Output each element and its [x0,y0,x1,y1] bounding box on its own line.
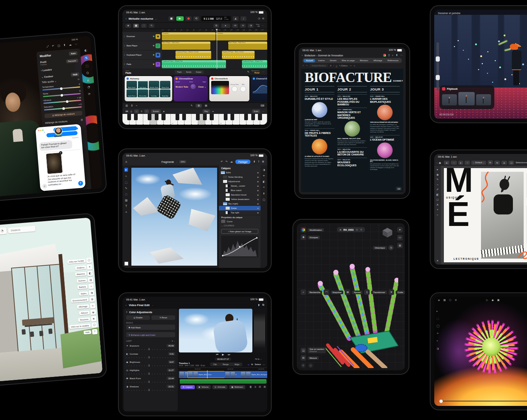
tool-icon[interactable]: ⟠ [364,289,370,295]
compose-text[interactable]: Je crois que ce sera celle-ci! J'ai reto… [47,173,79,187]
piano-black-key[interactable] [127,114,131,120]
color-slider[interactable]: ◑ Shadows 15.31 [126,385,175,391]
alchemy-pad[interactable]: Dark Arp [149,89,159,97]
track-row[interactable]: 1 Drummer ◉ [122,32,267,41]
automation-pencil-icon[interactable]: ✎ [247,70,249,73]
groups-icon[interactable]: ❖ [301,234,306,240]
visibility-icon[interactable]: ◎ [356,228,358,231]
color-chip[interactable] [124,262,128,266]
redo-icon[interactable]: ↷ [225,160,228,163]
tool-row[interactable]: Scènes ▤ [76,277,93,284]
alchemy-pad[interactable]: Epik Synth [138,81,148,89]
tool-row[interactable]: Styles ◑ [79,290,95,296]
color-slider[interactable]: ☀ Exposure 45.59 [126,344,175,350]
info-icon[interactable]: ⓘ [263,198,265,202]
stamp-tool-icon[interactable]: ▨ [125,198,127,202]
shape-tool-icon[interactable]: ◻ [436,198,439,201]
tool-icon[interactable]: ✕ [389,289,394,295]
tool-row[interactable]: Infos sur l'entité ⓘ [67,257,92,265]
track-lane[interactable]: Keyboard Player - Simple Pad Keyboard Pl… [162,60,267,69]
drag-on-image-button[interactable]: ☝ Faire glisser sur l'image [221,229,258,234]
redo-icon[interactable]: ↷ [306,65,308,67]
light-section[interactable]: › Lumière [41,68,52,72]
snapping-icon[interactable]: ⧉ [251,363,253,366]
tool-icon[interactable]: ⓘ [86,257,92,263]
ribbon-tab[interactable]: Mise en page [340,59,357,62]
layers-icon[interactable]: ❏ [508,161,514,165]
target-icon[interactable]: ◎ [81,118,83,121]
search-icon[interactable]: ⌕ [392,54,393,57]
cube-tool-icon[interactable]: ⬚ [436,317,439,320]
count-in-icon[interactable]: ♩ [240,16,246,21]
tool-icon[interactable]: ? [92,329,98,334]
eraser-tool-icon[interactable]: ◌ [125,193,128,196]
scale-button[interactable]: Scale [252,109,261,113]
viewer-zoom[interactable]: 74 % ⋯ [255,358,262,360]
viewer[interactable] [179,309,252,352]
view-cube[interactable] [381,227,394,238]
track-lane[interactable]: Keyboard Player - Broken Chords Keyboard… [162,50,267,59]
mic-icon[interactable]: ♁ [131,104,133,107]
mobile-view-icon[interactable]: ▯ [388,54,390,57]
more-icon[interactable]: ⋯ [263,363,265,366]
more-icon[interactable]: ⋯ [75,43,78,47]
sphere-tool-icon[interactable]: ◯ [436,324,439,328]
cursor-tool-icon[interactable]: ▸ [436,309,439,313]
tool-row[interactable]: Balises ⬪ [77,283,94,290]
color-slider[interactable]: ◐ Contrast 4.41 [126,352,175,358]
orbit-icon[interactable]: ◎ [308,363,313,368]
tool-row[interactable]: ✕ Outils [389,289,405,295]
undo-icon[interactable]: ↶ [302,65,304,67]
align-icon[interactable]: ≡ [354,65,356,67]
piano-black-key[interactable] [203,114,207,120]
alchemy-pad[interactable]: Motion Pad [160,81,170,89]
masking-icon[interactable]: ◭ [87,78,89,82]
frame-thumbnail[interactable] [442,94,457,105]
overwrite-icon[interactable]: ⊞ [264,385,266,388]
preset-dropdown[interactable]: ‹ Default › [471,161,486,165]
back-icon[interactable]: ‹ [44,131,45,134]
tool-icon[interactable]: ⓘ [91,322,97,328]
play-icon[interactable]: ▶ [222,353,224,356]
piano-black-key[interactable] [251,114,255,120]
tool-row[interactable]: ⌕ Recherche [301,289,322,295]
select-tool-icon[interactable]: ⬚ [125,181,127,184]
video-clip[interactable]: Skyline_Blue_Backgrou [240,371,267,378]
select-button[interactable]: Select [255,363,261,365]
flip-icon[interactable]: ⇋ [494,161,500,165]
timeline-playhead[interactable] [207,370,207,378]
zoom-out-icon[interactable]: ⊖ [262,17,264,20]
pages-icon[interactable]: ▦ [439,161,441,164]
piano-keys[interactable]: C2C3C4 [122,114,267,125]
crop-icon[interactable]: ⬚ [85,64,88,68]
layer-visibility-icon[interactable]: ◉ [257,171,259,174]
prev-frame-icon[interactable]: ⏮ [216,353,218,356]
tool-row[interactable]: Affichage ∞ [77,303,95,309]
tool-icon[interactable]: ◍ [89,296,95,302]
project-title[interactable]: Video Final Edit [129,303,150,307]
fade-icon[interactable]: ◔ [248,24,253,28]
split-clip-icon[interactable]: ⊟ [259,385,261,388]
distance-input[interactable]: Distance [8,226,36,233]
back-icon[interactable]: ‹ [125,17,127,20]
layer-visibility-icon[interactable]: ◉ [257,185,259,187]
region[interactable]: Keyboard Player - Simple Pad [242,60,267,68]
layer-visibility-icon[interactable]: ◉ [257,189,259,191]
share-button[interactable]: Partager [235,160,251,164]
facetime-icon[interactable] [74,127,78,130]
fill-tool-icon[interactable]: ◧ [436,193,439,196]
material-tool-icon[interactable]: ◑ [436,347,439,350]
lcd-display[interactable]: 5 1 1 086 127,0 4/4C maj [201,16,231,21]
layer-row[interactable]: Top right ◉ [219,210,261,215]
section-view-button[interactable]: Vue en sectionDésactivé [308,347,326,353]
back-icon[interactable]: ‹ [126,311,127,314]
piano-black-key[interactable] [148,114,151,120]
slider-value[interactable]: 15.44 [167,377,175,380]
undo-icon[interactable]: ↶ [52,45,55,48]
tool-icon[interactable]: ⬪ [88,283,94,289]
canvas[interactable] [130,165,219,268]
add-attachment-button[interactable]: + [42,184,47,189]
select-label[interactable]: Sélectionner [515,161,527,164]
split-icon[interactable]: ◫ [130,110,132,112]
timeline-button[interactable]: ◎Animate [212,385,228,389]
